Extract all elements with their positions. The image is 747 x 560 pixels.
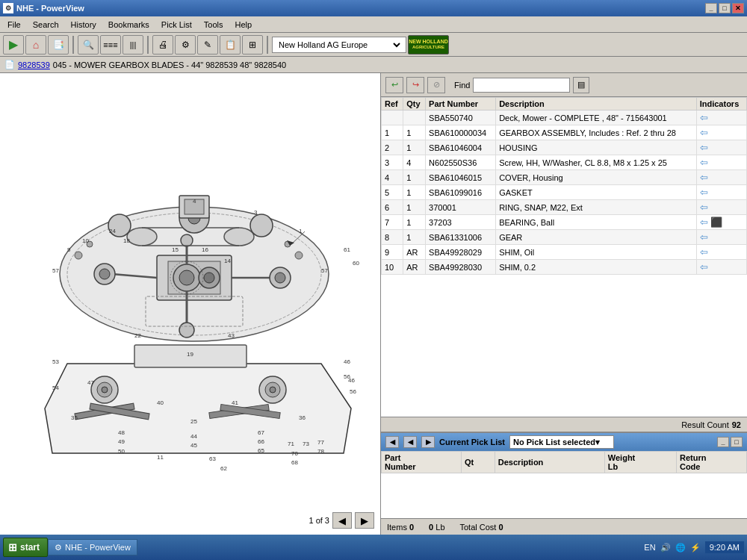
svg-text:61: 61: [344, 246, 350, 253]
taskbar: ⊞ start ⚙ NHE - PowerView EN 🔊 🌐 ⚡ 9:20 …: [0, 535, 747, 560]
total-cost-label: Total Cost 0: [460, 523, 503, 532]
cell-ref: 4: [382, 170, 403, 185]
brand-dropdown[interactable]: New Holland AG EuropeNew Holland CECase …: [272, 37, 406, 53]
indicator-arrow[interactable]: ⇦: [700, 246, 708, 258]
menu-bookmarks[interactable]: Bookmarks: [102, 19, 155, 31]
parts-diagram: 1 57 57 24 3 4 18 10 9 15 16 14 22 43 19…: [7, 125, 374, 483]
indicator-arrow[interactable]: ⇦: [700, 231, 708, 243]
parts-table-container[interactable]: Ref Qty Part Number Description Indicato…: [381, 97, 747, 417]
indicator-arrow[interactable]: ⇦: [700, 187, 708, 198]
result-count-label: Result Count: [681, 420, 729, 429]
cell-partnum: SBA49928030: [426, 260, 496, 275]
taskbar-icon-3: ⚡: [690, 543, 701, 553]
svg-text:10: 10: [82, 237, 89, 244]
svg-text:78: 78: [317, 448, 324, 455]
picklist-no-list: No Pick List selected: [513, 438, 595, 447]
cell-desc: GEARBOX ASSEMBLY, Includes : Ref. 2 thru…: [496, 125, 697, 140]
svg-text:57: 57: [52, 267, 59, 274]
breadcrumb-bar: 📄 9828539 045 - MOWER GEARBOX BLADES - 4…: [0, 57, 747, 73]
nh-logo: NEW HOLLAND AGRICULTURE: [408, 35, 449, 55]
tool-button-2[interactable]: ✎: [197, 35, 218, 55]
svg-text:46: 46: [344, 358, 350, 365]
parts-table: Ref Qty Part Number Description Indicato…: [381, 97, 747, 275]
picklist-col-weight: WeightLb: [604, 452, 676, 473]
picklist-select[interactable]: No Pick List selected ▾: [509, 435, 614, 449]
cell-ref: [382, 111, 403, 125]
table-row[interactable]: 9 AR SBA49928029 SHIM, Oil ⇦: [382, 245, 747, 260]
cell-ref: 6: [382, 200, 403, 215]
table-row[interactable]: 3 4 N602550S36 Screw, HH, W/Washer, CL 8…: [382, 155, 747, 170]
indicator-arrow[interactable]: ⇦: [700, 202, 708, 213]
table-row[interactable]: 5 1 SBA61099016 GASKET ⇦: [382, 185, 747, 200]
menu-help[interactable]: Help: [229, 19, 258, 31]
col-header-indicators: Indicators: [696, 98, 746, 111]
picklist-dropdown-arrow[interactable]: ▾: [595, 438, 600, 447]
cell-desc: BEARING, Ball: [496, 215, 697, 230]
picklist-title: Current Pick List: [439, 438, 505, 447]
table-row[interactable]: 4 1 SBA61046015 COVER, Housing ⇦: [382, 170, 747, 185]
menu-search[interactable]: Search: [27, 19, 65, 31]
svg-text:45: 45: [190, 442, 197, 449]
menu-history[interactable]: History: [65, 19, 102, 31]
svg-text:18: 18: [123, 237, 130, 244]
table-row[interactable]: 2 1 SBA61046004 HOUSING ⇦: [382, 140, 747, 155]
parts-btn-3[interactable]: ⊘: [427, 77, 445, 93]
table-row[interactable]: 8 1 SBA61331006 GEAR ⇦: [382, 230, 747, 245]
picklist-nav-left[interactable]: ◀: [385, 436, 399, 448]
print-button[interactable]: 🖨: [152, 35, 173, 55]
svg-text:57: 57: [321, 267, 328, 274]
bookmark-button[interactable]: 📑: [48, 35, 69, 55]
barcode-button[interactable]: |||: [123, 35, 143, 55]
indicator-arrow[interactable]: ⇦: [700, 127, 708, 138]
close-button[interactable]: ✕: [732, 3, 744, 13]
table-row[interactable]: 10 AR SBA49928030 SHIM, 0.2 ⇦: [382, 260, 747, 275]
home-button[interactable]: ⌂: [25, 35, 46, 55]
taskbar-right: EN 🔊 🌐 ⚡ 9:20 AM: [644, 541, 744, 553]
next-page-button[interactable]: ▶: [355, 512, 374, 529]
cell-partnum: 370001: [426, 200, 496, 215]
parts-btn-1[interactable]: ↩: [385, 77, 403, 93]
list-button[interactable]: ≡≡≡: [100, 35, 121, 55]
cell-qty: AR: [403, 260, 426, 275]
table-row[interactable]: 7 1 37203 BEARING, Ball ⇦ ⬛: [382, 215, 747, 230]
svg-text:35: 35: [71, 414, 78, 421]
brand-select[interactable]: New Holland AG EuropeNew Holland CECase …: [276, 40, 403, 50]
indicator-arrow[interactable]: ⇦: [700, 261, 708, 273]
table-row[interactable]: SBA550740 Deck, Mower - COMPLETE , 48" -…: [382, 111, 747, 125]
menu-picklist[interactable]: Pick List: [155, 19, 198, 31]
tool-button-1[interactable]: ⚙: [175, 35, 196, 55]
find-input[interactable]: [473, 78, 570, 93]
minimize-button[interactable]: _: [705, 3, 717, 13]
search-button[interactable]: 🔍: [78, 35, 99, 55]
tool-button-4[interactable]: ⊞: [242, 35, 263, 55]
table-row[interactable]: 1 1 SBA610000034 GEARBOX ASSEMBLY, Inclu…: [382, 125, 747, 140]
start-icon: ⊞: [8, 541, 17, 553]
menu-tools[interactable]: Tools: [198, 19, 229, 31]
back-button[interactable]: ▶: [3, 35, 24, 55]
picklist-nav-forward[interactable]: ▶: [421, 436, 435, 448]
picklist-minimize[interactable]: _: [717, 437, 729, 447]
tool-button-3[interactable]: 📋: [220, 35, 241, 55]
picklist-nav-back[interactable]: ◀: [403, 436, 417, 448]
indicator-arrow[interactable]: ⇦: [700, 217, 708, 228]
picklist-col-desc: Description: [495, 452, 604, 473]
table-row[interactable]: 6 1 370001 RING, SNAP, M22, Ext ⇦: [382, 200, 747, 215]
indicator-arrow[interactable]: ⇦: [700, 157, 708, 168]
col-header-partnum: Part Number: [426, 98, 496, 111]
breadcrumb-link[interactable]: 9828539: [18, 60, 50, 69]
svg-text:77: 77: [317, 439, 324, 446]
start-button[interactable]: ⊞ start: [3, 538, 48, 557]
menu-file[interactable]: File: [1, 19, 27, 31]
cell-qty: 1: [403, 215, 426, 230]
taskbar-window-button[interactable]: ⚙ NHE - PowerView: [48, 539, 137, 556]
maximize-button[interactable]: □: [719, 3, 731, 13]
prev-page-button[interactable]: ◀: [332, 512, 352, 529]
indicator-arrow[interactable]: ⇦: [700, 172, 708, 183]
indicator-arrow[interactable]: ⇦: [700, 142, 708, 153]
filter-button[interactable]: ▤: [573, 77, 589, 93]
indicator-arrow[interactable]: ⇦: [700, 112, 708, 123]
cell-ref: 7: [382, 215, 403, 230]
parts-btn-2[interactable]: ↪: [406, 77, 424, 93]
picklist-maximize[interactable]: □: [731, 437, 743, 447]
svg-point-46: [270, 387, 276, 393]
